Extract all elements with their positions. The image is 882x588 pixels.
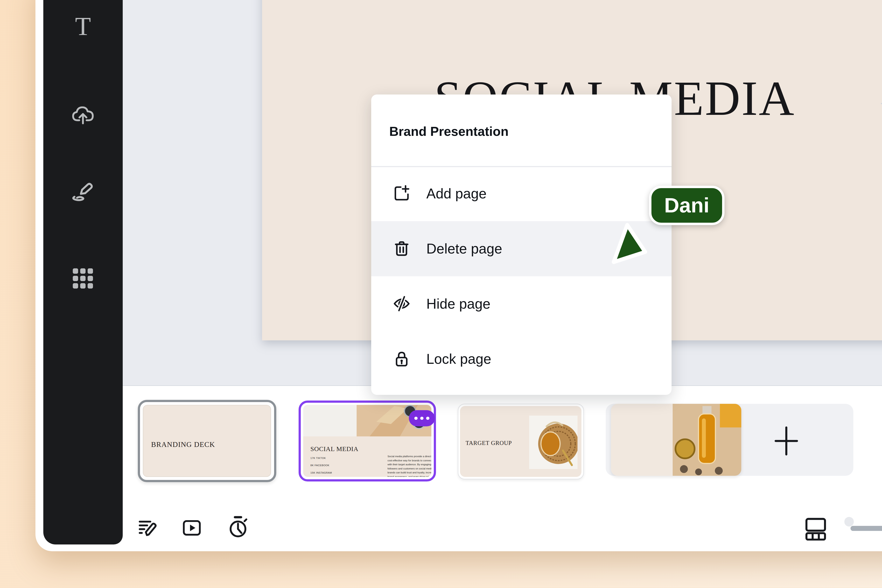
thumb-photo: [529, 416, 578, 469]
dot-icon: [414, 417, 417, 420]
sidebar-item-apps[interactable]: [44, 261, 123, 297]
trash-icon: [393, 240, 411, 258]
sidebar-item-text[interactable]: T: [44, 9, 123, 45]
thumb-more-options-button[interactable]: [409, 410, 435, 427]
draw-icon: [70, 180, 96, 204]
plus-icon[interactable]: [774, 426, 799, 456]
collaborator-label: Dani: [649, 186, 724, 225]
sidebar-item-uploads[interactable]: [44, 96, 123, 132]
zoom-slider-bar[interactable]: [850, 526, 882, 531]
timer-icon: [226, 515, 250, 539]
add-page-icon: [393, 184, 411, 202]
menu-item-lock-page[interactable]: Lock page: [371, 332, 672, 387]
collaborator-cursor-icon: [609, 223, 651, 268]
context-menu-title: Brand Presentation: [389, 124, 508, 139]
thumb-stat: 15K INSTAGRAM: [310, 471, 332, 474]
menu-item-label: Delete page: [426, 241, 502, 257]
zoom-slider-knob[interactable]: [844, 517, 854, 526]
collaborator-name: Dani: [664, 194, 710, 217]
notes-icon: [137, 517, 159, 538]
eye-hidden-icon: [393, 295, 411, 313]
menu-item-label: Hide page: [426, 296, 490, 312]
dot-icon: [420, 417, 423, 420]
slide-divider-line: [881, 103, 882, 104]
dot-icon: [426, 417, 429, 420]
text-tool-icon: T: [75, 14, 91, 39]
thumb-left-panel: [611, 404, 673, 476]
thumb-title: SOCIAL MEDIA: [310, 446, 358, 453]
menu-item-label: Add page: [426, 186, 486, 202]
menu-item-hide-page[interactable]: Hide page: [371, 276, 672, 332]
grid-view-button[interactable]: [804, 516, 826, 538]
thumb-stat: 17K TIKTOK: [310, 457, 326, 459]
lock-icon: [393, 350, 411, 368]
apps-grid-icon: [71, 267, 95, 290]
menu-item-add-page[interactable]: Add page: [371, 166, 672, 221]
canva-editor: SOCIAL MEDIA 17K TIKTOK 8K FACEBOOK 15K …: [0, 0, 882, 588]
timer-button[interactable]: [226, 515, 249, 537]
filmstrip-page-target-group[interactable]: TARGET GROUP: [458, 404, 584, 479]
notes-button[interactable]: [137, 517, 160, 539]
play-icon: [181, 517, 202, 538]
thumb-paragraph: Social media platforms provide a direct …: [387, 454, 431, 477]
thumb-title: TARGET GROUP: [466, 440, 512, 447]
thumb-title: BRANDING DECK: [151, 440, 215, 448]
menu-item-label: Lock page: [426, 351, 491, 367]
present-button[interactable]: [181, 517, 204, 539]
thumb-stat: 8K FACEBOOK: [310, 464, 329, 466]
filmstrip-page-branding-deck[interactable]: BRANDING DECK: [138, 400, 276, 482]
thumb-photo: [673, 404, 741, 476]
filmstrip-page-4[interactable]: [611, 404, 742, 476]
sidebar: T: [44, 0, 123, 544]
sidebar-item-draw[interactable]: [44, 174, 123, 210]
grid-view-icon: [804, 516, 828, 540]
cloud-upload-icon: [70, 102, 96, 125]
